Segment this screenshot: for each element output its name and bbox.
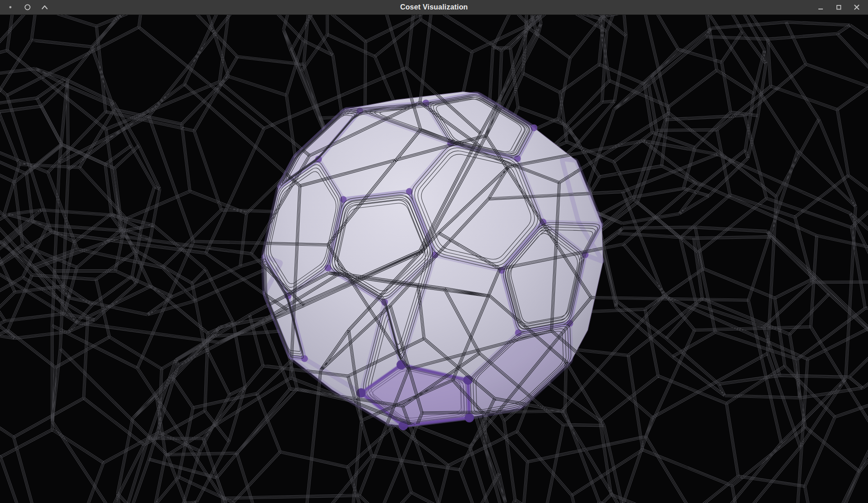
window-controls <box>817 3 868 11</box>
viewport <box>0 15 868 503</box>
window-title: Coset Visualization <box>0 0 868 14</box>
titlebar-left-icons <box>0 3 49 11</box>
dot-icon[interactable] <box>6 3 14 11</box>
app-window: Coset Visualization <box>0 0 868 503</box>
circle-icon[interactable] <box>23 3 32 11</box>
titlebar[interactable]: Coset Visualization <box>0 0 868 15</box>
chevron-up-icon[interactable] <box>41 3 49 11</box>
close-button[interactable] <box>853 3 861 11</box>
minimize-button[interactable] <box>817 3 825 11</box>
maximize-button[interactable] <box>835 3 843 11</box>
scene-canvas[interactable] <box>0 15 868 503</box>
